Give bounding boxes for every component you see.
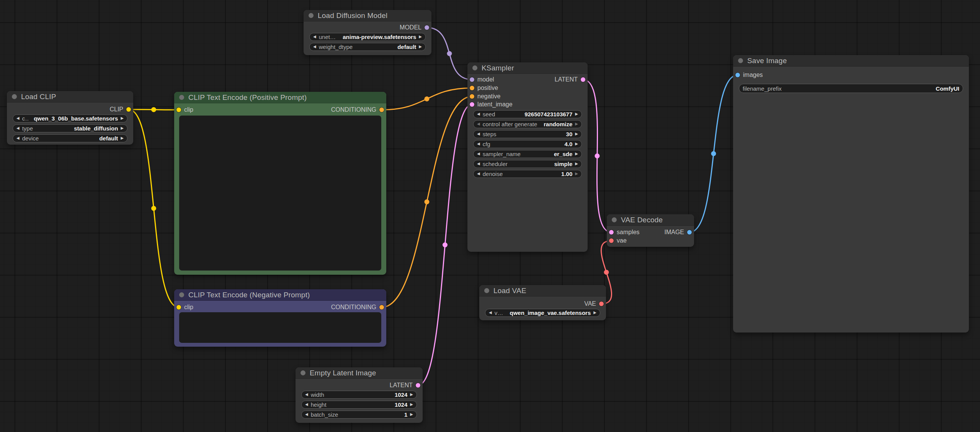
widget-decrement-arrow-icon[interactable]: ◀ (16, 126, 20, 130)
widget-clip-n[interactable]: ◀clip_n ...qwen_3_06b_base.safetensors▶ (13, 114, 127, 122)
collapse-dot-icon[interactable] (179, 292, 184, 297)
output-port-latent-dot[interactable] (581, 77, 585, 82)
link-midpoint-dot[interactable] (151, 107, 156, 112)
output-port-image-dot[interactable] (687, 230, 692, 235)
output-port-model-dot[interactable] (425, 25, 429, 30)
input-port-clip-dot[interactable] (176, 305, 181, 310)
link-midpoint-dot[interactable] (447, 51, 452, 56)
node-header[interactable]: Load VAE (479, 285, 606, 297)
output-port-vae-dot[interactable] (599, 302, 604, 306)
widget-device[interactable]: ◀devicedefault▶ (13, 134, 127, 142)
widget-batch-size[interactable]: ◀batch_size1▶ (301, 411, 417, 419)
widget-increment-arrow-icon[interactable]: ▶ (410, 403, 413, 406)
collapse-dot-icon[interactable] (12, 94, 17, 99)
collapse-dot-icon[interactable] (301, 370, 305, 375)
node-header[interactable]: CLIP Text Encode (Positive Prompt) (174, 92, 386, 103)
widget-increment-arrow-icon[interactable]: ▶ (575, 142, 578, 146)
widget-sampler-name[interactable]: ◀sampler_nameer_sde▶ (473, 150, 582, 158)
node-load-vae[interactable]: Load VAEVAE◀vae_na ...qwen_image_vae.saf… (479, 285, 606, 320)
node-ksampler[interactable]: KSamplermodelpositivenegativelatent_imag… (467, 62, 588, 252)
node-load-diffusion-model[interactable]: Load Diffusion ModelMODEL◀unet_nameanima… (304, 10, 431, 55)
collapse-dot-icon[interactable] (179, 95, 184, 100)
widget-decrement-arrow-icon[interactable]: ◀ (477, 122, 480, 126)
widget-seed[interactable]: ◀seed926507423103677▶ (473, 110, 582, 118)
widget-weight-dtype[interactable]: ◀weight_dtypedefault▶ (309, 43, 426, 51)
widget-cfg[interactable]: ◀cfg4.0▶ (473, 140, 582, 148)
prompt-textarea[interactable] (179, 116, 381, 271)
widget-increment-arrow-icon[interactable]: ▶ (410, 412, 413, 416)
link-midpoint-dot[interactable] (425, 199, 430, 204)
output-port-conditioning-dot[interactable] (379, 305, 384, 310)
widget-scheduler[interactable]: ◀schedulersimple▶ (473, 160, 582, 168)
widget-increment-arrow-icon[interactable]: ▶ (410, 393, 413, 396)
widget-decrement-arrow-icon[interactable]: ◀ (313, 45, 316, 49)
input-port-clip-dot[interactable] (176, 108, 181, 112)
collapse-dot-icon[interactable] (309, 13, 314, 18)
widget-control-after-generate[interactable]: ◀control after generaterandomize▶ (473, 120, 582, 128)
node-vae-decode[interactable]: VAE DecodesamplesvaeIMAGE (607, 214, 694, 247)
node-header[interactable]: Load CLIP (7, 91, 133, 103)
widget-decrement-arrow-icon[interactable]: ◀ (489, 311, 492, 315)
widget-decrement-arrow-icon[interactable]: ◀ (305, 403, 308, 406)
widget-decrement-arrow-icon[interactable]: ◀ (16, 116, 20, 120)
node-save-image[interactable]: Save Imageimagesfilename_prefixComfyUI (733, 55, 969, 333)
link-midpoint-dot[interactable] (595, 153, 600, 158)
node-header[interactable]: Empty Latent Image (296, 367, 423, 379)
widget-increment-arrow-icon[interactable]: ▶ (419, 45, 422, 49)
widget-type[interactable]: ◀typestable_diffusion▶ (13, 124, 127, 132)
link-midpoint-dot[interactable] (151, 206, 156, 211)
widget-increment-arrow-icon[interactable]: ▶ (575, 132, 578, 136)
widget-steps[interactable]: ◀steps30▶ (473, 130, 582, 138)
widget-unet-name[interactable]: ◀unet_nameanima-preview.safetensors▶ (309, 33, 426, 41)
widget-decrement-arrow-icon[interactable]: ◀ (477, 172, 480, 176)
node-header[interactable]: CLIP Text Encode (Negative Prompt) (174, 289, 386, 301)
widget-decrement-arrow-icon[interactable]: ◀ (477, 142, 480, 146)
output-port-latent-dot[interactable] (416, 383, 420, 388)
widget-denoise[interactable]: ◀denoise1.00▶ (473, 170, 582, 178)
input-port-samples-dot[interactable] (609, 230, 614, 235)
collapse-dot-icon[interactable] (472, 65, 477, 70)
widget-decrement-arrow-icon[interactable]: ◀ (16, 136, 20, 140)
link-midpoint-dot[interactable] (604, 270, 609, 275)
widget-height[interactable]: ◀height1024▶ (301, 401, 417, 409)
widget-increment-arrow-icon[interactable]: ▶ (575, 162, 578, 166)
widget-decrement-arrow-icon[interactable]: ◀ (305, 393, 308, 396)
widget-increment-arrow-icon[interactable]: ▶ (593, 311, 596, 315)
widget-decrement-arrow-icon[interactable]: ◀ (313, 35, 316, 39)
widget-decrement-arrow-icon[interactable]: ◀ (305, 412, 308, 416)
graph-canvas[interactable]: Load Diffusion ModelMODEL◀unet_nameanima… (0, 0, 980, 432)
widget-increment-arrow-icon[interactable]: ▶ (121, 116, 124, 120)
widget-filename-prefix[interactable]: filename_prefixComfyUI (739, 84, 963, 93)
prompt-textarea[interactable] (179, 312, 381, 343)
widget-decrement-arrow-icon[interactable]: ◀ (477, 162, 480, 166)
collapse-dot-icon[interactable] (738, 58, 743, 63)
widget-increment-arrow-icon[interactable]: ▶ (419, 35, 422, 39)
widget-decrement-arrow-icon[interactable]: ◀ (477, 132, 480, 136)
widget-increment-arrow-icon[interactable]: ▶ (575, 122, 578, 126)
node-load-clip[interactable]: Load CLIPCLIP◀clip_n ...qwen_3_06b_base.… (7, 91, 133, 145)
widget-increment-arrow-icon[interactable]: ▶ (121, 136, 124, 140)
node-empty-latent-image[interactable]: Empty Latent ImageLATENT◀width1024▶◀heig… (296, 367, 423, 423)
widget-increment-arrow-icon[interactable]: ▶ (121, 126, 124, 130)
widget-width[interactable]: ◀width1024▶ (301, 391, 417, 399)
input-port-model-dot[interactable] (470, 77, 474, 82)
input-port-positive-dot[interactable] (470, 86, 474, 90)
node-clip-text-encode-positive[interactable]: CLIP Text Encode (Positive Prompt)clipCO… (174, 92, 386, 275)
node-clip-text-encode-negative[interactable]: CLIP Text Encode (Negative Prompt)clipCO… (174, 289, 386, 347)
input-port-latent-image-dot[interactable] (470, 102, 474, 107)
output-port-conditioning-dot[interactable] (379, 108, 384, 112)
link-midpoint-dot[interactable] (711, 151, 716, 156)
input-port-vae-dot[interactable] (609, 238, 614, 243)
widget-decrement-arrow-icon[interactable]: ◀ (477, 152, 480, 156)
widget-vae-na[interactable]: ◀vae_na ...qwen_image_vae.safetensors▶ (485, 309, 600, 317)
input-port-negative-dot[interactable] (470, 94, 474, 99)
link-midpoint-dot[interactable] (443, 243, 448, 248)
output-port-clip-dot[interactable] (126, 107, 131, 112)
node-header[interactable]: Save Image (733, 55, 969, 67)
node-header[interactable]: KSampler (467, 62, 588, 74)
collapse-dot-icon[interactable] (612, 217, 617, 222)
collapse-dot-icon[interactable] (484, 288, 489, 293)
input-port-images-dot[interactable] (735, 73, 740, 77)
widget-decrement-arrow-icon[interactable]: ◀ (477, 112, 480, 116)
node-header[interactable]: Load Diffusion Model (304, 10, 431, 21)
